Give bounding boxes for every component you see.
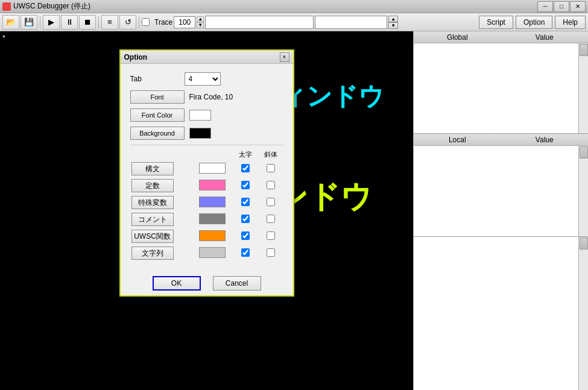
bold-checkbox[interactable]: [241, 248, 250, 257]
global-scrollbar[interactable]: [578, 43, 588, 133]
minimize-button[interactable]: ─: [537, 1, 553, 12]
syntax-label-button[interactable]: 特殊変数: [131, 196, 174, 209]
dialog-titlebar: Option ×: [121, 51, 293, 64]
background-row: Background: [130, 127, 283, 140]
option-button[interactable]: Option: [516, 16, 552, 29]
trace-spin-down[interactable]: ▼: [197, 22, 204, 28]
trace-checkbox[interactable]: [142, 18, 150, 26]
bold-header: 太字: [233, 149, 258, 160]
dialog-footer: OK Cancel: [121, 276, 293, 295]
search-input[interactable]: [315, 16, 387, 29]
global-scrollbar-thumb[interactable]: [580, 44, 588, 56]
local-section: Local Value: [414, 134, 588, 236]
global-header: Global Value: [414, 31, 588, 43]
dialog-title: Option: [124, 53, 148, 61]
font-color-button[interactable]: Font Color: [130, 109, 185, 122]
extra-scrollbar[interactable]: [578, 237, 588, 390]
local-content: [414, 146, 578, 236]
toolbar-separator2: [98, 16, 99, 28]
editor-area: * 親ウィンドウ 子ウィンドウ Option × Tab 4 2: [0, 31, 413, 390]
tab-row: Tab 4 2 8: [130, 72, 283, 86]
script-button[interactable]: Script: [479, 16, 513, 29]
toolbar: 📂 💾 ▶ ⏸ ⏹ ≡ ↺ Trace 100 ▲ ▼ ▲ ▼ Script O…: [0, 13, 588, 31]
extra-body: [414, 237, 588, 390]
italic-checkbox[interactable]: [267, 181, 275, 189]
local-col: Local: [414, 134, 501, 145]
cancel-button[interactable]: Cancel: [213, 276, 261, 291]
syntax-label-button[interactable]: 構文: [131, 162, 174, 175]
right-buttons: Script Option Help: [479, 16, 586, 29]
local-value-col: Value: [501, 134, 589, 145]
pause-button[interactable]: ⏸: [61, 15, 78, 30]
titlebar-controls: ─ □ ✕: [537, 1, 586, 12]
syntax-table: 太字 斜体 構文定数特殊変数コメントUWSC関数文字列: [130, 149, 283, 262]
toolbar-separator: [40, 16, 40, 28]
syntax-label-button[interactable]: コメント: [131, 213, 174, 226]
local-scrollbar[interactable]: [578, 146, 588, 236]
syntax-label-button[interactable]: 文字列: [131, 247, 174, 260]
trace-value-input[interactable]: 100: [174, 16, 195, 28]
titlebar: UWSC Debugger (停止) ─ □ ✕: [0, 0, 588, 13]
global-value-col: Value: [501, 31, 589, 43]
close-button[interactable]: ✕: [570, 1, 586, 12]
search-up[interactable]: ▲: [388, 16, 398, 22]
syntax-row: 構文: [130, 160, 283, 177]
syntax-label-button[interactable]: 定数: [131, 179, 174, 192]
divider: [130, 145, 283, 145]
ok-button[interactable]: OK: [153, 276, 201, 291]
italic-checkbox[interactable]: [267, 164, 275, 172]
option-dialog: Option × Tab 4 2 8: [119, 49, 294, 297]
global-body: [414, 43, 588, 133]
main-area: * 親ウィンドウ 子ウィンドウ Option × Tab 4 2: [0, 31, 588, 390]
syntax-row: 文字列: [130, 245, 283, 262]
tab-label: Tab: [130, 75, 185, 83]
syntax-row: 定数: [130, 177, 283, 194]
stop-button[interactable]: ⏹: [79, 15, 96, 30]
font-button[interactable]: Font: [130, 90, 185, 104]
italic-checkbox[interactable]: [267, 231, 275, 240]
syntax-color-swatch: [199, 163, 226, 174]
open-button[interactable]: 📂: [2, 15, 19, 30]
trace-label: Trace: [154, 18, 172, 27]
dialog-close-button[interactable]: ×: [280, 52, 289, 62]
font-color-row: Font Color: [130, 109, 283, 122]
bold-checkbox[interactable]: [241, 215, 250, 223]
italic-checkbox[interactable]: [267, 248, 275, 257]
font-value: Fira Code, 10: [189, 93, 233, 101]
bold-checkbox[interactable]: [241, 181, 250, 189]
trace-spin-up[interactable]: ▲: [197, 16, 204, 22]
syntax-label-button[interactable]: UWSC関数: [131, 230, 174, 243]
local-body: [414, 146, 588, 236]
italic-checkbox[interactable]: [267, 198, 275, 206]
extra-scrollbar-thumb[interactable]: [580, 237, 588, 250]
maximize-button[interactable]: □: [554, 1, 569, 12]
italic-checkbox[interactable]: [267, 215, 275, 223]
syntax-row: コメント: [130, 211, 283, 228]
tab-select[interactable]: 4 2 8: [185, 72, 221, 86]
bold-checkbox[interactable]: [241, 164, 250, 172]
save-button[interactable]: 💾: [21, 15, 37, 30]
bold-checkbox[interactable]: [241, 231, 250, 240]
background-button[interactable]: Background: [130, 127, 185, 140]
search-down[interactable]: ▼: [388, 22, 398, 29]
window-title: UWSC Debugger (停止): [13, 1, 90, 11]
script-select[interactable]: [205, 16, 314, 29]
syntax-color-swatch: [199, 213, 226, 224]
bold-checkbox[interactable]: [241, 198, 250, 206]
help-button[interactable]: Help: [555, 16, 586, 29]
local-scrollbar-thumb[interactable]: [580, 146, 588, 159]
step-button[interactable]: ≡: [101, 15, 118, 30]
local-header: Local Value: [414, 134, 588, 146]
extra-content: [414, 237, 578, 390]
italic-header: 斜体: [258, 149, 283, 160]
toolbar-separator3: [139, 16, 139, 28]
font-row: Font Fira Code, 10: [130, 90, 283, 104]
step-over-button[interactable]: ↺: [119, 15, 136, 30]
syntax-row: 特殊変数: [130, 194, 283, 211]
play-button[interactable]: ▶: [43, 15, 60, 30]
extra-section: [414, 237, 588, 390]
background-color-swatch: [189, 128, 211, 139]
syntax-color-swatch: [199, 180, 226, 190]
global-col: Global: [414, 31, 501, 43]
syntax-color-swatch: [199, 230, 226, 241]
